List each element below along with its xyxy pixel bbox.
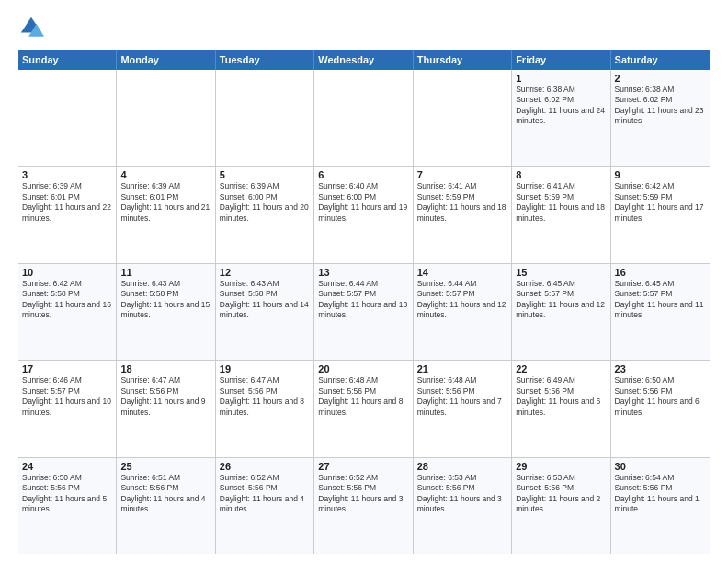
- calendar-cell: 15Sunrise: 6:45 AM Sunset: 5:57 PM Dayli…: [512, 264, 610, 360]
- day-number: 8: [516, 169, 606, 180]
- calendar-cell: 30Sunrise: 6:54 AM Sunset: 5:56 PM Dayli…: [611, 458, 710, 554]
- calendar-cell: 28Sunrise: 6:53 AM Sunset: 5:56 PM Dayli…: [414, 458, 512, 554]
- header-day-thursday: Thursday: [414, 50, 512, 70]
- calendar-cell: [117, 70, 215, 166]
- calendar: SundayMondayTuesdayWednesdayThursdayFrid…: [18, 50, 710, 554]
- calendar-cell: 9Sunrise: 6:42 AM Sunset: 5:59 PM Daylig…: [611, 167, 710, 262]
- cell-info: Sunrise: 6:52 AM Sunset: 5:56 PM Dayligh…: [318, 473, 408, 515]
- calendar-cell: 2Sunrise: 6:38 AM Sunset: 6:02 PM Daylig…: [611, 70, 710, 166]
- calendar-cell: 29Sunrise: 6:53 AM Sunset: 5:56 PM Dayli…: [512, 458, 610, 554]
- cell-info: Sunrise: 6:45 AM Sunset: 5:57 PM Dayligh…: [615, 279, 706, 321]
- cell-info: Sunrise: 6:53 AM Sunset: 5:56 PM Dayligh…: [516, 473, 606, 515]
- day-number: 26: [220, 461, 310, 472]
- calendar-row-5: 24Sunrise: 6:50 AM Sunset: 5:56 PM Dayli…: [18, 458, 710, 554]
- cell-info: Sunrise: 6:39 AM Sunset: 6:01 PM Dayligh…: [120, 181, 210, 224]
- day-number: 10: [22, 267, 112, 278]
- cell-info: Sunrise: 6:39 AM Sunset: 6:01 PM Dayligh…: [22, 181, 112, 224]
- calendar-cell: [18, 70, 117, 166]
- cell-info: Sunrise: 6:54 AM Sunset: 5:56 PM Dayligh…: [615, 473, 706, 515]
- day-number: 13: [318, 267, 408, 278]
- calendar-cell: 27Sunrise: 6:52 AM Sunset: 5:56 PM Dayli…: [314, 458, 413, 554]
- day-number: 9: [615, 169, 706, 180]
- cell-info: Sunrise: 6:41 AM Sunset: 5:59 PM Dayligh…: [516, 181, 606, 224]
- header-day-monday: Monday: [117, 50, 215, 70]
- calendar-row-2: 3Sunrise: 6:39 AM Sunset: 6:01 PM Daylig…: [18, 167, 710, 263]
- day-number: 25: [120, 461, 210, 472]
- calendar-row-3: 10Sunrise: 6:42 AM Sunset: 5:58 PM Dayli…: [18, 264, 710, 361]
- day-number: 4: [120, 169, 210, 180]
- calendar-cell: 10Sunrise: 6:42 AM Sunset: 5:58 PM Dayli…: [18, 264, 117, 360]
- calendar-cell: 24Sunrise: 6:50 AM Sunset: 5:56 PM Dayli…: [18, 458, 117, 554]
- calendar-row-1: 1Sunrise: 6:38 AM Sunset: 6:02 PM Daylig…: [18, 70, 710, 167]
- day-number: 19: [220, 363, 310, 374]
- calendar-body: 1Sunrise: 6:38 AM Sunset: 6:02 PM Daylig…: [18, 70, 710, 554]
- calendar-cell: 13Sunrise: 6:44 AM Sunset: 5:57 PM Dayli…: [314, 264, 413, 360]
- header-day-friday: Friday: [512, 50, 610, 70]
- calendar-cell: 18Sunrise: 6:47 AM Sunset: 5:56 PM Dayli…: [117, 361, 215, 456]
- calendar-cell: 19Sunrise: 6:47 AM Sunset: 5:56 PM Dayli…: [216, 361, 314, 456]
- day-number: 1: [516, 73, 606, 84]
- day-number: 24: [22, 461, 112, 472]
- cell-info: Sunrise: 6:51 AM Sunset: 5:56 PM Dayligh…: [120, 473, 210, 515]
- day-number: 15: [516, 267, 606, 278]
- calendar-cell: 26Sunrise: 6:52 AM Sunset: 5:56 PM Dayli…: [216, 458, 314, 554]
- calendar-cell: 1Sunrise: 6:38 AM Sunset: 6:02 PM Daylig…: [512, 70, 610, 166]
- day-number: 6: [318, 169, 408, 180]
- cell-info: Sunrise: 6:52 AM Sunset: 5:56 PM Dayligh…: [220, 473, 310, 515]
- day-number: 3: [22, 169, 112, 180]
- header-day-saturday: Saturday: [611, 50, 710, 70]
- cell-info: Sunrise: 6:50 AM Sunset: 5:56 PM Dayligh…: [22, 473, 112, 515]
- calendar-cell: 6Sunrise: 6:40 AM Sunset: 6:00 PM Daylig…: [314, 167, 413, 262]
- header-day-sunday: Sunday: [18, 50, 117, 70]
- day-number: 22: [516, 363, 606, 374]
- calendar-cell: 5Sunrise: 6:39 AM Sunset: 6:00 PM Daylig…: [216, 167, 314, 262]
- day-number: 27: [318, 461, 408, 472]
- cell-info: Sunrise: 6:45 AM Sunset: 5:57 PM Dayligh…: [516, 279, 606, 321]
- cell-info: Sunrise: 6:53 AM Sunset: 5:56 PM Dayligh…: [417, 473, 507, 515]
- cell-info: Sunrise: 6:48 AM Sunset: 5:56 PM Dayligh…: [318, 375, 408, 418]
- calendar-cell: [414, 70, 512, 166]
- cell-info: Sunrise: 6:42 AM Sunset: 5:59 PM Dayligh…: [615, 181, 706, 224]
- calendar-cell: 14Sunrise: 6:44 AM Sunset: 5:57 PM Dayli…: [414, 264, 512, 360]
- day-number: 14: [417, 267, 507, 278]
- day-number: 23: [615, 363, 706, 374]
- calendar-cell: [314, 70, 413, 166]
- cell-info: Sunrise: 6:46 AM Sunset: 5:57 PM Dayligh…: [22, 375, 112, 418]
- calendar-row-4: 17Sunrise: 6:46 AM Sunset: 5:57 PM Dayli…: [18, 361, 710, 457]
- day-number: 5: [220, 169, 310, 180]
- logo-icon: [18, 15, 44, 40]
- day-number: 18: [120, 363, 210, 374]
- calendar-cell: 21Sunrise: 6:48 AM Sunset: 5:56 PM Dayli…: [414, 361, 512, 456]
- day-number: 11: [120, 267, 210, 278]
- cell-info: Sunrise: 6:43 AM Sunset: 5:58 PM Dayligh…: [120, 279, 210, 321]
- calendar-cell: 7Sunrise: 6:41 AM Sunset: 5:59 PM Daylig…: [414, 167, 512, 262]
- header-day-tuesday: Tuesday: [216, 50, 314, 70]
- calendar-cell: 25Sunrise: 6:51 AM Sunset: 5:56 PM Dayli…: [117, 458, 215, 554]
- day-number: 17: [22, 363, 112, 374]
- calendar-cell: 22Sunrise: 6:49 AM Sunset: 5:56 PM Dayli…: [512, 361, 610, 456]
- cell-info: Sunrise: 6:49 AM Sunset: 5:56 PM Dayligh…: [516, 375, 606, 418]
- day-number: 20: [318, 363, 408, 374]
- cell-info: Sunrise: 6:44 AM Sunset: 5:57 PM Dayligh…: [318, 279, 408, 321]
- day-number: 29: [516, 461, 606, 472]
- calendar-cell: 23Sunrise: 6:50 AM Sunset: 5:56 PM Dayli…: [611, 361, 710, 456]
- header-day-wednesday: Wednesday: [314, 50, 413, 70]
- day-number: 12: [220, 267, 310, 278]
- calendar-cell: 4Sunrise: 6:39 AM Sunset: 6:01 PM Daylig…: [117, 167, 215, 262]
- cell-info: Sunrise: 6:43 AM Sunset: 5:58 PM Dayligh…: [220, 279, 310, 321]
- day-number: 28: [417, 461, 507, 472]
- calendar-cell: 12Sunrise: 6:43 AM Sunset: 5:58 PM Dayli…: [216, 264, 314, 360]
- page: SundayMondayTuesdayWednesdayThursdayFrid…: [0, 0, 728, 563]
- cell-info: Sunrise: 6:38 AM Sunset: 6:02 PM Dayligh…: [615, 85, 706, 127]
- cell-info: Sunrise: 6:41 AM Sunset: 5:59 PM Dayligh…: [417, 181, 507, 224]
- day-number: 21: [417, 363, 507, 374]
- cell-info: Sunrise: 6:39 AM Sunset: 6:00 PM Dayligh…: [220, 181, 310, 224]
- day-number: 2: [615, 73, 706, 84]
- calendar-cell: 17Sunrise: 6:46 AM Sunset: 5:57 PM Dayli…: [18, 361, 117, 456]
- calendar-cell: 20Sunrise: 6:48 AM Sunset: 5:56 PM Dayli…: [314, 361, 413, 456]
- calendar-cell: 11Sunrise: 6:43 AM Sunset: 5:58 PM Dayli…: [117, 264, 215, 360]
- cell-info: Sunrise: 6:38 AM Sunset: 6:02 PM Dayligh…: [516, 85, 606, 127]
- cell-info: Sunrise: 6:47 AM Sunset: 5:56 PM Dayligh…: [120, 375, 210, 418]
- cell-info: Sunrise: 6:44 AM Sunset: 5:57 PM Dayligh…: [417, 279, 507, 321]
- calendar-cell: 3Sunrise: 6:39 AM Sunset: 6:01 PM Daylig…: [18, 167, 117, 262]
